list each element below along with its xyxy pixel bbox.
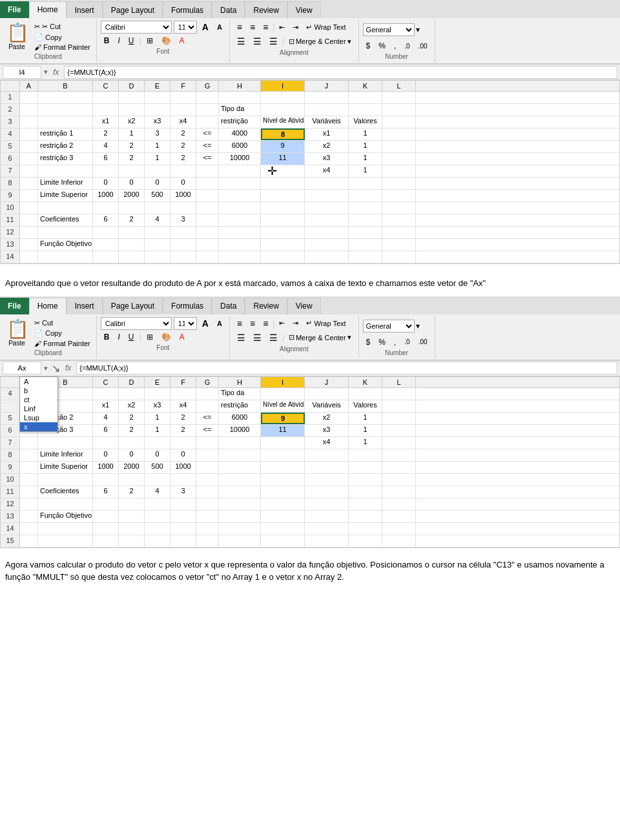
align-bot-btn-2[interactable]: ≡ [260, 317, 271, 330]
underline-btn-2[interactable]: U [125, 331, 138, 343]
tab-data-2[interactable]: Data [212, 298, 245, 314]
dec-dec-btn-2[interactable]: .00 [415, 337, 431, 347]
dec-inc-btn-2[interactable]: .0 [401, 337, 413, 347]
number-group-2: General ▾ $ % , .0 .00 Number [359, 316, 435, 358]
align-mid-btn-1[interactable]: ≡ [247, 21, 258, 34]
italic-btn-2[interactable]: I [114, 331, 123, 343]
formula-input-1[interactable]: {=MMULT(A;x)} [64, 66, 617, 79]
row-12-1: 12 [1, 227, 619, 239]
font-size-select-1[interactable]: 11 [174, 21, 197, 34]
formula-input-2[interactable]: {=MMULT(A;x)} [76, 362, 617, 374]
align-center-btn-2[interactable]: ☰ [250, 331, 265, 344]
outdent-btn-2[interactable]: ⇥ [289, 318, 302, 329]
row-6-1: 6 restrição 3 6 2 1 2 <= 10000 11 x3 1 [1, 153, 619, 165]
number-format-select-2[interactable]: General [363, 320, 415, 333]
font-name-select-2[interactable]: Calibri [101, 317, 172, 330]
align-mid-btn-2[interactable]: ≡ [247, 317, 258, 330]
cut-button-2[interactable]: ✂Cut [32, 318, 92, 328]
tab-formulas-1[interactable]: Formulas [163, 1, 212, 18]
font-grow-btn-1[interactable]: A [199, 21, 212, 34]
format-painter-button-1[interactable]: 🖌 Format Painter [32, 43, 92, 52]
tab-insert-1[interactable]: Insert [67, 1, 103, 18]
tab-home-1[interactable]: Home [29, 1, 67, 18]
percent-btn-1[interactable]: % [375, 40, 389, 52]
tab-file-1[interactable]: File [0, 1, 29, 18]
align-right-btn-1[interactable]: ☰ [266, 35, 281, 48]
font-color-btn-1[interactable]: A [176, 35, 188, 46]
plus-cursor-1: ✛ [267, 165, 277, 177]
comma-btn-2[interactable]: , [391, 336, 399, 348]
dropdown-item-Linf[interactable]: Linf [20, 404, 57, 413]
tab-review-1[interactable]: Review [245, 1, 287, 18]
formula-dropdown-2[interactable]: ▾ [44, 364, 48, 373]
dropdown-item-x[interactable]: x [20, 422, 57, 431]
percent-btn-2[interactable]: % [375, 336, 389, 348]
tab-pagelayout-2[interactable]: Page Layout [103, 298, 163, 314]
currency-btn-1[interactable]: $ [363, 40, 374, 52]
align-top-btn-1[interactable]: ≡ [234, 21, 245, 34]
indent-btn-1[interactable]: ⇤ [276, 22, 288, 33]
cell-ref-input-2[interactable]: Ax [3, 362, 41, 374]
outdent-btn-1[interactable]: ⇥ [289, 22, 302, 33]
borders-btn-2[interactable]: ⊞ [143, 331, 156, 343]
row-6-2: 6 restrição 3 6 2 1 2 <= 10000 11 x3 1 [1, 425, 619, 437]
row-11-2: 11 Coeficientes 6 2 4 3 [1, 486, 619, 498]
tab-formulas-2[interactable]: Formulas [163, 298, 212, 314]
wrap-text-btn-2[interactable]: ↵Wrap Text [303, 318, 349, 329]
align-bot-btn-1[interactable]: ≡ [260, 21, 271, 34]
merge-center-btn-2[interactable]: ⊡Merge & Center▾ [285, 332, 355, 343]
dropdown-item-A[interactable]: A [20, 377, 57, 386]
cell-ref-input-1[interactable]: I4 [3, 66, 41, 79]
align-left-btn-1[interactable]: ☰ [234, 35, 249, 48]
paste-button-1[interactable]: 📋 Paste [3, 21, 31, 53]
currency-btn-2[interactable]: $ [363, 336, 374, 348]
fill-color-btn-2[interactable]: 🎨 [158, 331, 174, 343]
borders-btn-1[interactable]: ⊞ [143, 35, 156, 46]
copy-button-2[interactable]: 📄Copy [32, 329, 92, 338]
bold-btn-1[interactable]: B [101, 35, 113, 46]
font-shrink-btn-2[interactable]: A [214, 318, 225, 329]
align-center-btn-1[interactable]: ☰ [250, 35, 265, 48]
font-name-select-1[interactable]: Calibri [101, 21, 172, 34]
align-top-btn-2[interactable]: ≡ [234, 317, 245, 330]
dropdown-item-ct[interactable]: ct [20, 395, 57, 404]
font-grow-btn-2[interactable]: A [199, 317, 212, 330]
row-5-1: 5 restrição 2 4 2 1 2 <= 6000 9 x2 1 [1, 141, 619, 153]
indent-btn-2[interactable]: ⇤ [276, 318, 288, 329]
formula-dropdown-1[interactable]: ▾ [44, 68, 48, 76]
formula-fx-btn-2[interactable]: fx [63, 364, 74, 373]
align-left-btn-2[interactable]: ☰ [234, 331, 249, 344]
comma-btn-1[interactable]: , [391, 40, 399, 52]
dropdown-item-Lsup[interactable]: Lsup [20, 413, 57, 422]
number-format-select-1[interactable]: General [363, 23, 415, 36]
font-shrink-btn-1[interactable]: A [214, 22, 225, 32]
tab-review-2[interactable]: Review [245, 298, 287, 314]
copy-button-1[interactable]: 📄 Copy [32, 32, 92, 42]
dec-inc-btn-1[interactable]: .0 [401, 41, 413, 51]
formula-fx-btn-1[interactable]: fx [50, 68, 61, 77]
align-right-btn-2[interactable]: ☰ [266, 331, 281, 344]
tab-view-1[interactable]: View [287, 1, 321, 18]
merge-center-btn-1[interactable]: ⊡ Merge & Center ▾ [285, 36, 355, 47]
font-color-btn-2[interactable]: A [176, 331, 188, 343]
tab-pagelayout-1[interactable]: Page Layout [103, 1, 163, 18]
dropdown-item-b[interactable]: b [20, 386, 57, 395]
underline-btn-1[interactable]: U [125, 35, 138, 46]
tab-insert-2[interactable]: Insert [67, 298, 103, 314]
row-9-1: 9 Limite Superior 1000 2000 500 1000 [1, 190, 619, 202]
tab-file-2[interactable]: File [0, 298, 29, 314]
italic-btn-1[interactable]: I [114, 35, 123, 46]
autocomplete-dropdown[interactable]: A b ct Linf Lsup x [19, 376, 58, 432]
tab-data-1[interactable]: Data [212, 1, 245, 18]
wrap-text-btn-1[interactable]: ↵ Wrap Text [303, 22, 349, 33]
tab-home-2[interactable]: Home [29, 298, 67, 314]
paste-button-2[interactable]: 📋 Paste [3, 317, 31, 349]
cut-button-1[interactable]: ✂ ✂ Cut [32, 22, 92, 32]
font-size-select-2[interactable]: 11 [174, 317, 197, 330]
dec-dec-btn-1[interactable]: .00 [415, 41, 431, 51]
tab-view-2[interactable]: View [287, 298, 321, 314]
format-painter-button-2[interactable]: 🖌Format Painter [32, 339, 92, 348]
fill-color-btn-1[interactable]: 🎨 [158, 35, 174, 46]
bold-btn-2[interactable]: B [101, 331, 113, 343]
paste-icon-2: 📋 [6, 318, 27, 339]
